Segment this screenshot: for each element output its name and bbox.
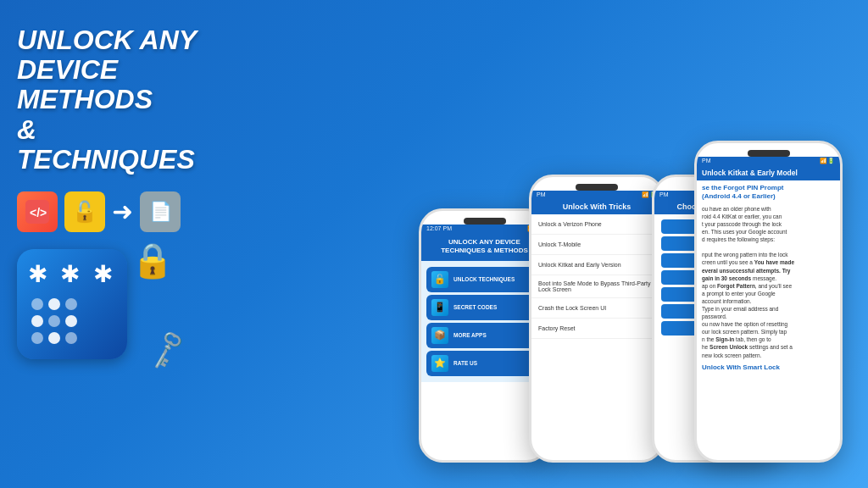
rate-icon-btn: ⭐	[431, 355, 448, 372]
list-item-safemode[interactable]: Boot into Safe Mode to Bypass Third-Part…	[531, 275, 662, 298]
left-section: UNLOCK ANY DEVICE METHODS & TECHNIQUES <…	[17, 25, 212, 363]
phone4-frame: PM 📶🔋 Unlock Kitkat & Early Model se the…	[694, 141, 843, 463]
secret-codes-btn[interactable]: 📱 SECRET CODES	[426, 295, 542, 320]
list-item-verizon[interactable]: Unlock a Verizon Phone ›	[531, 214, 662, 235]
pin-dots: ✱ ✱ ✱	[28, 260, 117, 288]
phone1-title: UNLOCK ANY DEVICE TECHNIQUES & METHODS	[426, 238, 542, 256]
phone2-header: Unlock With Tricks	[531, 199, 662, 214]
phone4-status-bar: PM 📶🔋	[697, 157, 840, 165]
svg-text:</>: </>	[30, 206, 47, 219]
phone4-header-title: Unlock Kitkat & Early Model	[702, 169, 835, 177]
phone2-list: Unlock a Verizon Phone › Unlock T-Mobile…	[531, 214, 662, 339]
doc-icon: 📄	[140, 191, 181, 232]
phone1-notch	[464, 218, 506, 225]
unlock-icon-btn: 🔓	[431, 271, 448, 288]
phone-lock-visual: ✱ ✱ ✱ 🔒 🗝️	[17, 245, 186, 363]
list-item-kitkat[interactable]: Unlock Kitkat and Early Version ›	[531, 255, 662, 275]
apps-icon-btn: 📦	[431, 327, 448, 344]
secret-icon-btn: 📱	[431, 299, 448, 316]
phone-shape: ✱ ✱ ✱	[17, 249, 127, 359]
smart-lock-link[interactable]: Unlock With Smart Lock	[697, 361, 840, 374]
arrow-icon: ➜	[112, 197, 133, 226]
article-title: se the Forgot PIN Prompt(Android 4.4 or …	[697, 180, 840, 203]
phone2-frame: PM 📶🔋 Unlock With Tricks Unlock a Verizo…	[529, 175, 665, 463]
list-item-factory[interactable]: Factory Reset ›	[531, 319, 662, 339]
phone4-notch	[748, 150, 790, 157]
phone2-notch	[576, 184, 618, 191]
unlock-techniques-btn[interactable]: 🔓 UNLOCK TECHNIQUES	[426, 267, 542, 292]
main-title: UNLOCK ANY DEVICE METHODS & TECHNIQUES	[17, 25, 212, 175]
phone2-status-bar: PM 📶🔋	[531, 191, 662, 199]
icons-row: </> 🔓 ➜ 📄	[17, 191, 212, 232]
list-item-tmobile[interactable]: Unlock T-Mobile ›	[531, 235, 662, 255]
more-apps-btn[interactable]: 📦 MORE APPS	[426, 323, 542, 348]
article-body: ou have an older phone with roid 4.4 Kit…	[697, 203, 840, 361]
phone4-article: se the Forgot PIN Prompt(Android 4.4 or …	[697, 180, 840, 374]
list-item-crash[interactable]: Crash the Lock Screen UI ›	[531, 298, 662, 319]
phone4-header: Unlock Kitkat & Early Model	[697, 165, 840, 180]
phones-container: 12:07 PM 📶🔋 UNLOCK ANY DEVICE TECHNIQUES…	[207, 0, 868, 488]
padlock-icon: 🔒	[131, 241, 174, 280]
unlock-icon: 🔓	[64, 191, 105, 232]
code-icon: </>	[17, 191, 58, 232]
rate-us-btn[interactable]: ⭐ RATE US	[426, 351, 542, 376]
key-icon: 🗝️	[143, 327, 192, 374]
phone2-title: Unlock With Tricks	[537, 202, 657, 211]
